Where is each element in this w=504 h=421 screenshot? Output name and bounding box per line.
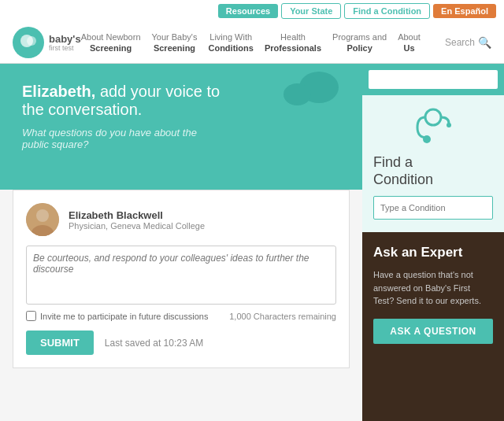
sidebar-search-input[interactable] [369, 70, 498, 89]
logo-sub: first test [49, 44, 81, 52]
checkbox-wrap[interactable]: Invite me to participate in future discu… [26, 311, 208, 321]
hero-greeting: Elizabeth, [22, 83, 95, 100]
avatar [26, 203, 59, 236]
nav-about-newborn[interactable]: About Newborn Screening [81, 31, 141, 54]
search-icon: 🔍 [478, 36, 491, 49]
main-nav: About Newborn Screening Your Baby's Scre… [81, 31, 445, 54]
form-card: Elizabeth Blackwell Physician, Geneva Me… [13, 190, 350, 368]
comment-textarea-wrap[interactable] [26, 246, 336, 305]
your-state-button[interactable]: Your State [281, 3, 341, 19]
condition-input-wrap[interactable]: › [373, 196, 493, 220]
logo[interactable]: baby's first test [13, 27, 81, 58]
svg-point-7 [447, 123, 451, 127]
header: baby's first test About Newborn Screenin… [0, 22, 504, 64]
top-bar: Resources Your State Find a Condition En… [0, 0, 504, 22]
search-label: Search [445, 37, 475, 48]
ask-expert-text: Have a question that's not answered on B… [373, 268, 493, 308]
logo-name: baby's [49, 34, 81, 44]
submit-button[interactable]: SUBMIT [26, 331, 94, 355]
find-condition-title: Find a Condition [373, 154, 493, 188]
sidebar: Find a Condition › Ask an Expert Have a … [362, 64, 504, 421]
form-footer: Invite me to participate in future discu… [26, 311, 336, 321]
ask-expert-title: Ask an Expert [373, 245, 493, 260]
nav-about-us[interactable]: About Us [398, 31, 421, 54]
user-info: Elizabeth Blackwell Physician, Geneva Me… [26, 203, 336, 236]
nav-your-babys[interactable]: Your Baby's Screening [152, 31, 198, 54]
logo-circle [13, 27, 44, 58]
hero-bubbles [284, 72, 339, 119]
comment-textarea[interactable] [33, 253, 329, 297]
sidebar-search-area [362, 64, 504, 95]
nav-programs[interactable]: Programs and Policy [332, 31, 387, 54]
hero-title: Elizabeth, add your voice to the convers… [22, 83, 227, 119]
hero-subtitle: What questions do you have about the pub… [22, 127, 211, 150]
saved-text: Last saved at 10:23 AM [105, 338, 203, 349]
invite-checkbox[interactable] [26, 311, 36, 321]
content-area: Elizabeth, add your voice to the convers… [0, 64, 362, 421]
checkbox-label: Invite me to participate in future discu… [40, 312, 208, 321]
ask-question-button[interactable]: ASK A QUESTION [373, 319, 493, 344]
chat-bubble-small [284, 83, 311, 105]
svg-point-6 [423, 135, 431, 143]
submit-row: SUBMIT Last saved at 10:23 AM [26, 331, 336, 355]
svg-point-1 [27, 36, 36, 46]
main-layout: Elizabeth, add your voice to the convers… [0, 64, 504, 421]
nav-living-with[interactable]: Living With Conditions [208, 31, 253, 54]
svg-point-5 [425, 109, 441, 125]
find-condition-button[interactable]: Find a Condition [344, 3, 430, 19]
ask-expert-section: Ask an Expert Have a question that's not… [362, 232, 504, 421]
search-area[interactable]: Search 🔍 [445, 36, 491, 49]
resources-button[interactable]: Resources [218, 4, 278, 18]
hero-banner: Elizabeth, add your voice to the convers… [0, 64, 362, 190]
stethoscope-icon [373, 108, 493, 150]
user-name: Elizabeth Blackwell [69, 209, 205, 221]
user-title: Physician, Geneva Medical College [69, 221, 205, 231]
condition-input[interactable] [374, 198, 493, 217]
svg-point-3 [36, 209, 49, 222]
nav-health[interactable]: Health Professionals [265, 31, 321, 54]
char-count: 1,000 Characters remaining [229, 312, 336, 321]
espanol-button[interactable]: En Español [433, 4, 496, 18]
user-details: Elizabeth Blackwell Physician, Geneva Me… [69, 209, 205, 231]
find-condition-section: Find a Condition › [362, 95, 504, 232]
